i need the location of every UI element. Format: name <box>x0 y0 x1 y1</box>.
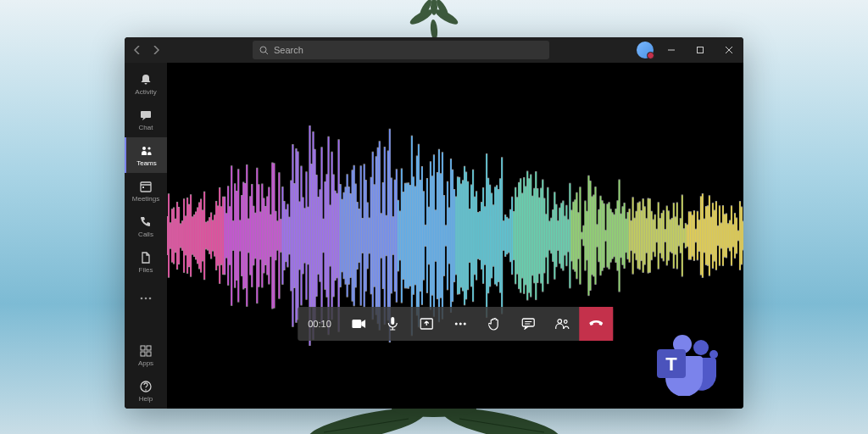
close-icon <box>725 46 733 54</box>
mic-button[interactable] <box>376 307 409 341</box>
svg-point-19 <box>147 147 150 149</box>
teams-window: Search Activity Chat <box>125 37 743 409</box>
sidebar-item-files[interactable]: Files <box>125 244 167 280</box>
help-icon <box>139 380 153 393</box>
camera-icon <box>352 319 365 329</box>
search-input[interactable]: Search <box>253 41 549 59</box>
bell-icon <box>139 73 153 86</box>
chat-panel-button[interactable] <box>511 307 545 341</box>
svg-rect-712 <box>352 320 361 328</box>
app-sidebar: Activity Chat Teams Meetings Calls Files <box>125 63 167 409</box>
minimize-icon <box>667 46 676 54</box>
call-control-bar: 00:10 <box>298 307 613 341</box>
user-avatar[interactable] <box>637 42 654 58</box>
svg-point-24 <box>145 298 147 300</box>
sidebar-item-help[interactable]: Help <box>125 373 167 409</box>
share-screen-icon <box>420 318 433 330</box>
svg-point-722 <box>564 320 567 324</box>
svg-point-716 <box>459 323 461 326</box>
camera-button[interactable] <box>342 307 376 341</box>
search-icon <box>259 46 269 55</box>
hand-icon <box>488 317 500 331</box>
call-content: 00:10 <box>167 63 743 409</box>
window-maximize-button[interactable] <box>686 37 715 63</box>
share-button[interactable] <box>409 307 443 341</box>
svg-rect-22 <box>142 186 144 188</box>
hangup-icon <box>588 320 604 328</box>
calendar-icon <box>139 180 153 193</box>
svg-rect-27 <box>147 346 151 350</box>
phone-icon <box>139 215 153 229</box>
svg-point-25 <box>149 298 152 300</box>
svg-point-23 <box>141 298 143 300</box>
window-minimize-button[interactable] <box>657 37 686 63</box>
hangup-button[interactable] <box>579 307 613 341</box>
svg-rect-28 <box>141 352 145 356</box>
svg-point-723 <box>693 340 709 355</box>
files-icon <box>139 251 153 264</box>
svg-rect-718 <box>522 319 534 326</box>
chat-icon <box>521 318 535 330</box>
more-icon <box>453 322 467 326</box>
nav-back-button[interactable] <box>128 41 147 59</box>
chat-icon <box>139 108 153 122</box>
sidebar-item-activity[interactable]: Activity <box>125 66 167 102</box>
participants-button[interactable] <box>545 307 579 341</box>
title-bar: Search <box>125 37 743 63</box>
raise-hand-button[interactable] <box>477 307 511 341</box>
svg-line-12 <box>265 52 268 54</box>
sidebar-item-teams[interactable]: Teams <box>125 137 167 173</box>
nav-forward-button[interactable] <box>147 41 165 59</box>
people-icon <box>554 318 570 330</box>
svg-point-11 <box>260 47 266 53</box>
teams-icon <box>140 144 153 158</box>
apps-icon <box>139 344 153 358</box>
more-icon <box>139 297 153 300</box>
svg-rect-29 <box>147 352 151 356</box>
window-close-button[interactable] <box>715 37 743 63</box>
svg-rect-713 <box>391 317 394 325</box>
sidebar-more-button[interactable] <box>139 280 153 312</box>
svg-rect-17 <box>141 111 151 118</box>
teams-logo: T <box>650 332 722 396</box>
palm-decoration-top <box>396 0 472 42</box>
svg-point-31 <box>145 389 147 391</box>
sidebar-item-chat[interactable]: Chat <box>125 102 167 137</box>
svg-text:T: T <box>665 353 677 375</box>
svg-point-717 <box>463 323 465 326</box>
svg-point-721 <box>557 320 561 324</box>
svg-rect-20 <box>141 182 151 192</box>
svg-rect-26 <box>141 346 145 350</box>
mic-icon <box>387 317 398 331</box>
search-placeholder: Search <box>274 45 303 55</box>
svg-point-715 <box>454 323 457 326</box>
svg-point-18 <box>142 147 146 150</box>
sidebar-item-apps[interactable]: Apps <box>125 337 167 373</box>
call-timer: 00:10 <box>298 319 342 329</box>
maximize-icon <box>696 46 704 54</box>
sidebar-item-calls[interactable]: Calls <box>125 209 167 244</box>
svg-point-724 <box>709 350 718 359</box>
sidebar-item-meetings[interactable]: Meetings <box>125 173 167 209</box>
svg-rect-14 <box>698 47 704 53</box>
more-actions-button[interactable] <box>443 307 477 341</box>
